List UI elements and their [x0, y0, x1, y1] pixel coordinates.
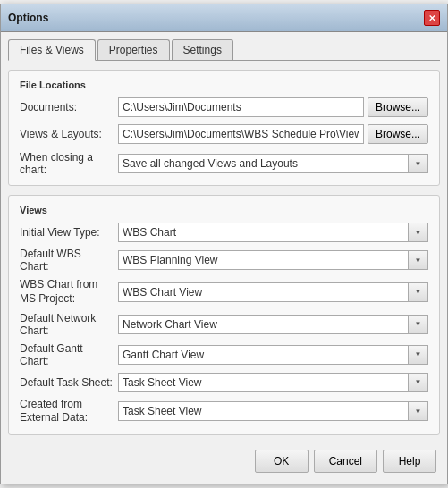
- tab-bar: Files & Views Properties Settings: [8, 39, 440, 61]
- default-task-dropdown[interactable]: Task Sheet View: [118, 373, 428, 392]
- window-body: Files & Views Properties Settings File L…: [1, 32, 447, 483]
- title-bar: Options ✕: [1, 4, 447, 32]
- default-gantt-arrow: [408, 346, 427, 364]
- default-gantt-dropdown[interactable]: Gantt Chart View: [118, 345, 428, 365]
- cancel-button[interactable]: Cancel: [314, 450, 377, 473]
- created-external-dropdown[interactable]: Task Sheet View: [118, 401, 428, 421]
- default-task-arrow: [408, 374, 427, 391]
- file-locations-section: File Locations Documents: Browse... View…: [8, 70, 440, 186]
- initial-view-arrow: [408, 223, 427, 241]
- documents-input[interactable]: [118, 97, 364, 117]
- when-closing-value: Save all changed Views and Layouts: [119, 154, 408, 173]
- default-task-row: Default Task Sheet: Task Sheet View: [20, 373, 428, 392]
- initial-view-value: WBS Chart: [119, 223, 408, 242]
- default-wbs-dropdown[interactable]: WBS Planning View: [118, 250, 428, 270]
- file-locations-title: File Locations: [20, 80, 428, 90]
- default-network-value: Network Chart View: [119, 315, 408, 334]
- created-external-arrow: [408, 402, 427, 420]
- default-wbs-value: WBS Planning View: [119, 250, 408, 270]
- views-section: Views Initial View Type: WBS Chart Defau…: [8, 195, 440, 434]
- default-network-row: Default Network Chart: Network Chart Vie…: [20, 312, 428, 337]
- default-gantt-value: Gantt Chart View: [119, 345, 408, 365]
- default-network-arrow: [408, 316, 427, 333]
- default-wbs-label: Default WBS Chart:: [20, 248, 118, 273]
- default-gantt-label: Default Gantt Chart:: [20, 342, 118, 367]
- documents-label: Documents:: [20, 101, 118, 114]
- initial-view-row: Initial View Type: WBS Chart: [20, 223, 428, 242]
- default-wbs-row: Default WBS Chart: WBS Planning View: [20, 248, 428, 273]
- options-window: Options ✕ Files & Views Properties Setti…: [0, 4, 448, 484]
- footer-buttons: OK Cancel Help: [8, 444, 440, 476]
- tab-files-views[interactable]: Files & Views: [8, 39, 96, 61]
- views-layouts-label: Views & Layouts:: [20, 128, 118, 140]
- created-external-label: Created from External Data:: [20, 398, 118, 425]
- views-layouts-input[interactable]: [118, 124, 364, 144]
- default-gantt-row: Default Gantt Chart: Gantt Chart View: [20, 342, 428, 367]
- default-task-label: Default Task Sheet:: [20, 376, 118, 389]
- documents-browse-button[interactable]: Browse...: [368, 97, 428, 117]
- wbs-ms-project-arrow: [408, 283, 427, 301]
- wbs-ms-project-value: WBS Chart View: [119, 282, 408, 302]
- wbs-ms-project-row: WBS Chart from MS Project: WBS Chart Vie…: [20, 278, 428, 306]
- window-title: Options: [8, 12, 48, 24]
- views-title: Views: [20, 205, 428, 215]
- tab-settings[interactable]: Settings: [172, 39, 233, 60]
- wbs-ms-project-label: WBS Chart from MS Project:: [20, 278, 118, 306]
- close-button[interactable]: ✕: [424, 10, 440, 26]
- default-wbs-arrow: [408, 251, 427, 269]
- tab-properties[interactable]: Properties: [97, 39, 170, 60]
- initial-view-label: Initial View Type:: [20, 226, 118, 239]
- created-external-row: Created from External Data: Task Sheet V…: [20, 398, 428, 425]
- when-closing-dropdown[interactable]: Save all changed Views and Layouts: [118, 154, 428, 173]
- default-network-label: Default Network Chart:: [20, 312, 118, 337]
- when-closing-arrow: [408, 155, 427, 172]
- documents-row: Documents: Browse...: [20, 97, 428, 117]
- views-layouts-browse-button[interactable]: Browse...: [368, 124, 428, 144]
- when-closing-row: When closing a chart: Save all changed V…: [20, 151, 428, 176]
- help-button[interactable]: Help: [383, 450, 436, 473]
- default-task-value: Task Sheet View: [119, 373, 408, 392]
- wbs-ms-project-dropdown[interactable]: WBS Chart View: [118, 282, 428, 302]
- default-network-dropdown[interactable]: Network Chart View: [118, 315, 428, 334]
- ok-button[interactable]: OK: [255, 450, 309, 473]
- views-layouts-row: Views & Layouts: Browse...: [20, 124, 428, 144]
- initial-view-dropdown[interactable]: WBS Chart: [118, 223, 428, 242]
- when-closing-label: When closing a chart:: [20, 151, 118, 176]
- created-external-value: Task Sheet View: [119, 401, 408, 421]
